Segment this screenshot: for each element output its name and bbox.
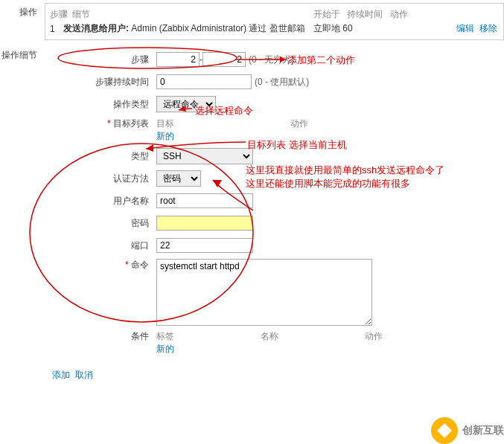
pw-label: 密码 — [45, 217, 156, 230]
cond-new-link[interactable]: 新的 — [156, 344, 174, 354]
add-link[interactable]: 添加 — [52, 370, 70, 380]
steps-label: 步骤 — [45, 54, 156, 66]
col-start: 开始于 — [313, 9, 340, 19]
pw-input[interactable] — [156, 216, 253, 231]
step-to-input[interactable] — [202, 52, 246, 67]
start-val: 立即地 — [313, 23, 340, 33]
col-action: 动作 — [390, 9, 408, 19]
optype-label: 操作类型 — [45, 98, 156, 111]
type-select[interactable]: SSH — [156, 148, 253, 164]
ops-row: 1 发送消息给用户: Admin (Zabbix Administrator) … — [50, 22, 499, 35]
msg-via: 通过 盈世邮箱 — [249, 23, 304, 33]
auth-select[interactable]: 密码 — [156, 170, 201, 187]
cond-col-action: 动作 — [365, 330, 469, 343]
cond-label: 条件 — [45, 330, 156, 343]
dur-val: 60 — [342, 23, 352, 33]
port-label: 端口 — [45, 239, 156, 252]
type-label: 类型 — [45, 150, 156, 163]
col-step: 步骤 — [50, 8, 68, 21]
edit-link[interactable]: 编辑 — [456, 23, 474, 33]
col-duration: 持续时间 — [347, 9, 383, 19]
port-input[interactable] — [156, 238, 253, 253]
duration-input[interactable] — [156, 74, 252, 89]
auth-label: 认证方法 — [45, 173, 156, 185]
step-from-input[interactable] — [156, 52, 200, 67]
target-col-action: 动作 — [290, 118, 308, 130]
target-label: 目标列表 — [45, 118, 156, 130]
remove-link[interactable]: 移除 — [479, 23, 497, 33]
cancel-link[interactable]: 取消 — [75, 370, 93, 380]
msg-prefix: 发送消息给用户: — [63, 23, 129, 33]
section-ops-label: 操作 — [0, 3, 45, 40]
section-details-label: 操作细节 — [0, 46, 45, 360]
cmd-label: 命令 — [45, 259, 156, 271]
target-new-link[interactable]: 新的 — [156, 131, 174, 141]
cond-col-tag: 标签 — [156, 330, 261, 343]
optype-select[interactable]: 远程命令 — [156, 96, 216, 112]
user-label: 用户名称 — [45, 195, 156, 207]
row-num: 1 — [50, 24, 63, 34]
user-input[interactable] — [156, 193, 253, 208]
target-col-target: 目标 — [156, 118, 290, 130]
duration-label: 步骤持续时间 — [45, 76, 156, 89]
duration-suffix: (0 - 使用默认) — [255, 76, 309, 89]
cond-col-name: 名称 — [261, 330, 365, 343]
cmd-textarea[interactable] — [156, 259, 372, 326]
ops-box: 步骤 细节 开始于 持续时间 动作 1 发送消息给用户: Admin (Zabb… — [45, 3, 504, 40]
msg-user: Admin (Zabbix Administrator) — [129, 23, 249, 33]
steps-suffix: (0 - 无穷大) — [249, 54, 294, 66]
col-detail: 细节 — [72, 8, 90, 21]
